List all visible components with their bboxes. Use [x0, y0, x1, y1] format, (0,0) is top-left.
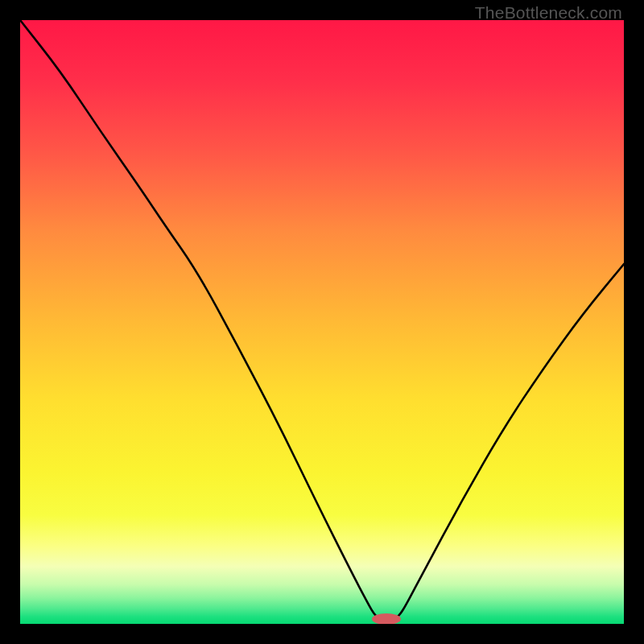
bottleneck-curve [20, 20, 624, 620]
plot-area [20, 20, 624, 624]
chart-svg [20, 20, 624, 624]
watermark: TheBottleneck.com [475, 3, 622, 23]
app-frame: TheBottleneck.com [0, 0, 644, 644]
